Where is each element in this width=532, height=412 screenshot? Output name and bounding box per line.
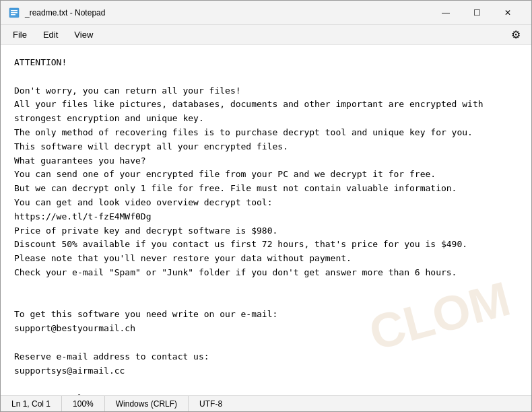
svg-rect-2	[11, 12, 18, 13]
menubar: File Edit View ⚙	[1, 25, 531, 45]
window-title: _readme.txt - Notepad	[25, 8, 430, 18]
editor-content: ATTENTION! Don't worry, you can return a…	[14, 56, 518, 395]
maximize-button[interactable]: ☐	[461, 1, 492, 25]
titlebar: _readme.txt - Notepad — ☐ ✕	[1, 1, 531, 25]
line-ending: Windows (CRLF)	[105, 396, 189, 411]
minimize-button[interactable]: —	[430, 1, 461, 25]
app-icon	[9, 7, 20, 18]
statusbar: Ln 1, Col 1 100% Windows (CRLF) UTF-8	[1, 395, 531, 411]
cursor-position: Ln 1, Col 1	[1, 396, 62, 411]
notepad-window: _readme.txt - Notepad — ☐ ✕ File Edit Vi…	[0, 0, 532, 412]
encoding: UTF-8	[189, 396, 233, 411]
zoom-level: 100%	[62, 396, 105, 411]
close-button[interactable]: ✕	[492, 1, 523, 25]
edit-menu[interactable]: Edit	[36, 27, 65, 42]
gear-icon: ⚙	[511, 28, 521, 41]
svg-rect-3	[11, 14, 15, 15]
titlebar-controls: — ☐ ✕	[430, 1, 523, 25]
file-menu[interactable]: File	[6, 27, 34, 42]
view-menu[interactable]: View	[67, 27, 100, 42]
svg-rect-1	[11, 10, 18, 11]
settings-button[interactable]: ⚙	[506, 26, 526, 44]
text-editor[interactable]: CLOM ATTENTION! Don't worry, you can ret…	[1, 45, 531, 395]
